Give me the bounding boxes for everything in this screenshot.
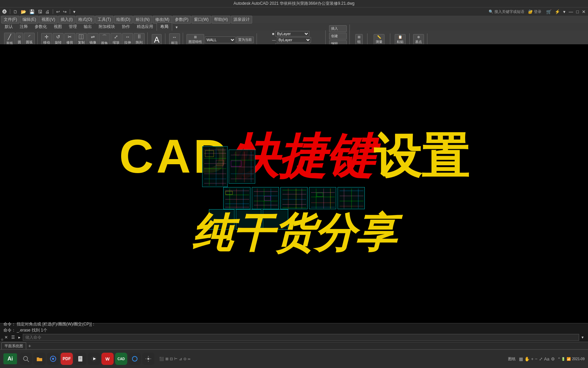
tab-more[interactable]: ▾ bbox=[172, 24, 181, 31]
polar-toggle-btn[interactable]: ⊿ bbox=[179, 357, 182, 361]
cmd-close-btn[interactable]: ✕ bbox=[3, 335, 9, 340]
menu-help[interactable]: 帮助(H) bbox=[212, 16, 230, 24]
taskbar-word-icon[interactable]: W bbox=[101, 353, 114, 365]
canvas-area: CAD 快捷键 设置 bbox=[0, 44, 588, 349]
cmd-arrow-btn[interactable]: ▸ bbox=[17, 335, 21, 340]
menu-params[interactable]: 参数(P) bbox=[173, 16, 191, 24]
tab-view[interactable]: 视图 bbox=[50, 23, 65, 31]
zoom-out-btn[interactable]: − bbox=[535, 356, 538, 362]
add-layout-btn[interactable]: + bbox=[27, 343, 32, 349]
tab-default[interactable]: 默认 bbox=[1, 23, 16, 31]
menu-insert[interactable]: 插入(I) bbox=[58, 16, 75, 24]
menu-edit[interactable]: 编辑(E) bbox=[20, 16, 38, 24]
menu-tools[interactable]: 工具(T) bbox=[95, 16, 113, 24]
menu-window[interactable]: 窗口(W) bbox=[192, 16, 211, 24]
tab-output[interactable]: 输出 bbox=[80, 23, 95, 31]
color-dropdown[interactable]: ByLayer bbox=[275, 31, 309, 36]
svg-point-103 bbox=[147, 358, 149, 360]
taskbar-cad-icon[interactable]: CAD bbox=[115, 353, 127, 365]
annotation-scale-btn[interactable]: Aa bbox=[544, 356, 550, 362]
taskbar-pdf-icon[interactable]: PDF bbox=[61, 353, 73, 365]
model-tab[interactable]: 平面系统图 bbox=[1, 342, 26, 349]
taskbar-settings-icon[interactable] bbox=[142, 353, 154, 365]
taskbar-search-icon[interactable] bbox=[20, 353, 32, 365]
linetype-dropdown[interactable]: ByLayer bbox=[277, 37, 311, 43]
group-btn[interactable]: ⊞组 bbox=[355, 34, 363, 45]
insert-block-btn[interactable]: 插入 bbox=[329, 25, 347, 32]
search-bar[interactable]: 🔍 搜入关键字或短语 bbox=[489, 9, 524, 14]
battery-label: 🔋 bbox=[561, 357, 565, 361]
tab-featured[interactable]: 精选应用 bbox=[133, 23, 157, 31]
new-file-btn[interactable]: 🗋 bbox=[12, 9, 19, 15]
taskbar-browser-icon[interactable] bbox=[129, 353, 141, 365]
taskbar-folder-icon[interactable] bbox=[33, 353, 46, 365]
pan-btn[interactable]: ✋ bbox=[524, 356, 530, 362]
min-btn[interactable]: — bbox=[568, 9, 574, 15]
thumb-tall bbox=[202, 146, 228, 187]
redo-btn[interactable]: ↪ bbox=[62, 9, 68, 15]
layout-view-btn[interactable]: ▦ bbox=[519, 356, 523, 362]
set-current-layer-btn[interactable]: 置为当前 bbox=[236, 36, 254, 43]
model-space-btn[interactable]: ⬛ bbox=[159, 357, 164, 361]
svg-rect-0 bbox=[202, 147, 228, 187]
tab-annotation[interactable]: 注释 bbox=[16, 23, 31, 31]
ai-badge[interactable]: Ai bbox=[3, 353, 17, 364]
main-title-line1: CAD 快捷键 设置 bbox=[119, 133, 469, 180]
grid-toggle-btn[interactable]: ⊞ bbox=[165, 357, 168, 361]
svg-point-93 bbox=[23, 356, 28, 361]
text-btn[interactable]: A bbox=[152, 34, 161, 46]
close-btn[interactable]: ✕ bbox=[581, 9, 587, 15]
cmd-menu-btn[interactable]: ☰ bbox=[10, 335, 16, 340]
plot-btn[interactable]: 🖨 bbox=[44, 9, 51, 15]
create-block-btn[interactable]: 创建 bbox=[329, 33, 347, 40]
snap-toggle-btn[interactable]: ⊡ bbox=[170, 357, 173, 361]
save-btn[interactable]: 💾 bbox=[28, 9, 36, 15]
measure-btn[interactable]: 📏测量 bbox=[374, 34, 385, 45]
layer-dropdown[interactable]: WALL bbox=[205, 36, 235, 43]
otrack-toggle-btn[interactable]: ∞ bbox=[188, 357, 191, 361]
separator2 bbox=[53, 9, 53, 14]
taskbar-file-icon[interactable] bbox=[74, 353, 86, 365]
title-bar: Autodesk AutoCAD 2021 华依科技兴荣路366#办公室装修9.… bbox=[0, 0, 588, 7]
zoom-in-btn[interactable]: + bbox=[531, 356, 534, 362]
menu-dimension[interactable]: 标注(N) bbox=[133, 16, 152, 24]
undo-btn[interactable]: ↩ bbox=[55, 9, 61, 15]
ai-label: Ai bbox=[7, 356, 13, 362]
save-as-btn[interactable]: 🖫 bbox=[37, 9, 43, 15]
quick-access-toolbar: 🅐 🗋 📂 💾 🖫 🖨 ↩ ↪ ▾ 🔍 搜入关键字或短语 🔐 登录 🛒 ⚡ ▾ … bbox=[0, 7, 588, 16]
tab-collab[interactable]: 协作 bbox=[118, 23, 133, 31]
ortho-toggle-btn[interactable]: ⊢ bbox=[174, 357, 178, 361]
zoom-extent-btn[interactable]: ⤢ bbox=[539, 356, 543, 362]
open-btn[interactable]: 📂 bbox=[20, 9, 27, 15]
menu-yuanquan[interactable]: 源泉设计 bbox=[231, 16, 252, 24]
help-icon[interactable]: ▾ bbox=[562, 9, 567, 15]
taskbar-chrome-icon[interactable] bbox=[47, 353, 59, 365]
command-line-2: 命令： _.erase 找到 1个 bbox=[3, 327, 585, 333]
menu-draw[interactable]: 绘图(D) bbox=[114, 16, 133, 24]
layer-properties-btn[interactable]: ⊞图层特性 bbox=[186, 34, 204, 45]
setting-text: 设置 bbox=[374, 133, 469, 180]
thumb-tall2 bbox=[229, 150, 255, 184]
separator bbox=[10, 9, 10, 14]
taskbar-media-icon[interactable] bbox=[88, 353, 100, 365]
tab-manage[interactable]: 管理 bbox=[65, 23, 80, 31]
tab-parametric[interactable]: 参数化 bbox=[31, 23, 50, 31]
tab-addmodule[interactable]: 附加模块 bbox=[95, 23, 118, 31]
command-input[interactable] bbox=[23, 334, 579, 341]
paste-btn[interactable]: 📋粘贴 bbox=[395, 34, 406, 45]
max-btn[interactable]: □ bbox=[575, 9, 580, 15]
workspace-switch-btn[interactable]: ⚙ bbox=[551, 356, 555, 362]
exchange-icon[interactable]: ⚡ bbox=[554, 9, 561, 15]
menu-format[interactable]: 格式(O) bbox=[76, 16, 95, 24]
cart-icon[interactable]: 🛒 bbox=[545, 9, 553, 15]
command-area: 命令： 指定对角点或 [栏选(F)/圈围(W)/圈交(CP)]： 命令： _.e… bbox=[0, 323, 588, 342]
menu-file[interactable]: 文件(F) bbox=[1, 16, 19, 24]
base-point-btn[interactable]: ⊕基点 bbox=[413, 34, 424, 45]
workspace-btn[interactable]: ▾ bbox=[72, 9, 77, 15]
signin-btn[interactable]: 🔐 登录 bbox=[528, 9, 541, 14]
osnap-toggle-btn[interactable]: ⊙ bbox=[183, 357, 186, 361]
menu-view[interactable]: 视图(V) bbox=[39, 16, 58, 24]
tab-layout[interactable]: 布局 bbox=[157, 22, 172, 31]
cmd-right-btn[interactable]: ▾ bbox=[581, 335, 585, 340]
prop-color-label: ■ bbox=[272, 32, 275, 36]
